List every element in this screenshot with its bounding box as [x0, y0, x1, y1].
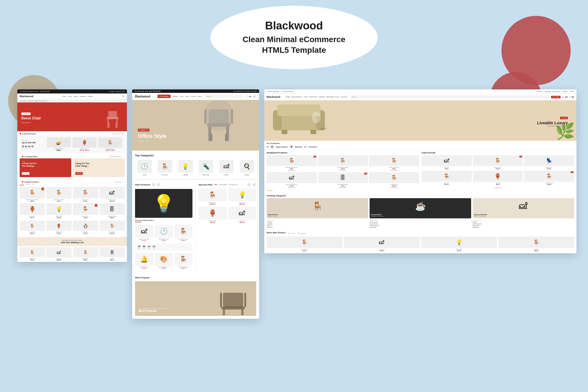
cm-cat-furniture[interactable]: 🪑 Furniture: [156, 160, 174, 176]
lm-banner-title: Decor Chair: [21, 116, 41, 121]
cm-cat-kitchen[interactable]: 🍳 Kitchen: [237, 160, 256, 176]
lm-products-grid: 🪑New Wooden Single Drawer$99.00 🪑 Kids W…: [20, 187, 125, 218]
rm-search[interactable]: Search...: [349, 95, 549, 99]
lm-bottom-2: 🛋 Lounge Set$350.00: [46, 247, 71, 261]
cm-popular-content: Lorem ipsum dolor sit amet, consectetur …: [135, 281, 256, 316]
cm-sale-prod-2: 🕐 Lemina Alarm Clock $299.00: [155, 225, 173, 241]
rm-trend-sub-items: Shop by Piece Seating Lighting Tables Be…: [267, 220, 574, 228]
svg-point-28: [320, 127, 327, 130]
lm-breadcrumb: Top Pages > Furniture Today Sale 40% Off: [17, 100, 127, 102]
cm-popular: Most Popular Lorem ipsum dolor sit amet,…: [132, 273, 259, 319]
lm-prod-3: 🪑 Nathan Chair$99.00: [73, 187, 98, 202]
lm-hot-deals-title: Latest Hot Deals View All Deals >: [17, 131, 127, 136]
rm-latest-6: 🪑Sale Wooden Chair$180.00: [524, 171, 574, 185]
title-blob: Blackwood Clean Minimal eCommerce HTML5 …: [210, 6, 378, 69]
rm-brands-row: 🏷 🔲 Open Stores 🔳 Brand5 🏷 FurnitCo: [267, 146, 574, 148]
svg-rect-5: [115, 123, 117, 128]
lm-prod-2: 🪑 Kids Window Shade$95.00: [46, 187, 71, 202]
rm-brands: Our Top Brands 🏷 🔲 Open Stores 🔳 Brand5 …: [264, 141, 576, 150]
svg-rect-7: [209, 109, 229, 124]
rm-plant-decoration: 🌿: [555, 122, 575, 141]
lm-winter-sale: Winter Sale Up to 40% Off! 35Days 80Hrs …: [22, 140, 45, 148]
lm-more-3: 🪆 Decor Bowl$35.00: [73, 221, 98, 234]
rm-hero-sofa: [270, 100, 328, 141]
cm-hero-chair: [196, 100, 242, 151]
lm-banner-chair-img: [101, 105, 124, 131]
rm-buy-theme-btn[interactable]: BUY THEME: [551, 96, 561, 98]
lm-trend-card-1: SALE A Chair Set ForThe Holidays Buy Now: [20, 158, 71, 177]
cm-hero-title: Office Style: [138, 133, 166, 139]
cm-sale-main-product: 💡: [135, 189, 192, 218]
svg-rect-18: [241, 310, 244, 315]
lm-trending: Trending Offers View All Offers > SALE A…: [17, 153, 127, 178]
rm-never-1: 🪑 Accent Chair$99.00: [267, 237, 342, 252]
cm-navbar: Blackwood All Categories Wooden Chair Ta…: [132, 93, 259, 100]
cm-search[interactable]: Search...: [204, 95, 243, 98]
rm-dots: • • • • •: [422, 186, 574, 189]
rm-hand-5: 🗄-10% Wire Rolled Cabinet $99.00 Select …: [318, 172, 368, 188]
cm-topbar: 5% for all order in this week SHOP NOW F…: [132, 89, 259, 93]
rm-never-2: 🛋 Lounge Set$120.00: [344, 237, 420, 252]
subtitle: Clean Minimal eCommerce HTML5 Template: [243, 34, 345, 55]
rm-never-4: 🪑 Bar Stool$200.00: [498, 237, 574, 252]
right-mockup: ✓ 100% Guarantee ↩ 60 Days Returns Curre…: [264, 89, 576, 253]
compare-icon[interactable]: ⇄: [249, 95, 251, 98]
lm-prod-7: 🪑-20% Accent Chair$89.00: [73, 203, 98, 218]
lm-countdown: 35Days 80Hrs 33Min 25Sec: [22, 145, 45, 149]
lm-banner-subtitle: Discover Now >: [21, 122, 41, 123]
svg-rect-14: [231, 109, 233, 124]
svg-rect-25: [282, 130, 287, 134]
lm-prod-5: 🏺 Decor Vase$45.00: [20, 203, 45, 218]
cm-special-2: 💡 Desk Lamp $200.00: [228, 188, 256, 205]
svg-rect-12: [225, 134, 227, 141]
cm-special-right: Special Offer New FEATURED TOP SELLER ‹ …: [196, 180, 259, 273]
lm-trend-card-2: New Living For TheLittle Things... Buy N…: [73, 158, 125, 177]
svg-rect-0: [108, 111, 117, 117]
lm-bottom-1: 🪑 Dark Chair$99.00: [20, 247, 45, 261]
rm-hand-4: 🛋 Azteca Lounge Chair $150.00 Select Opt…: [267, 172, 317, 188]
svg-rect-26: [310, 130, 316, 134]
lm-bottom-4: 🗄 Cabinet$200.00: [100, 247, 125, 261]
svg-rect-15: [223, 293, 243, 307]
lm-popular-tabs: Featured Best Sell Latest: [20, 184, 125, 185]
rm-latest-2: 🪑New Accent Chair$120.00: [473, 155, 523, 170]
svg-rect-19: [220, 293, 222, 307]
lm-logo: Blackwood: [20, 95, 33, 98]
svg-rect-11: [210, 134, 212, 141]
lm-prod-8: 🗄 Storage Cabinet$180.00: [100, 203, 125, 218]
cm-sale-bottom-row: 🔔 Girl Gifts Mixed 2 $100.00 🎨 Animal Ad…: [135, 253, 192, 271]
cm-sale-left: Sale Products ‹ › 💡 Furniture Missing Ki…: [132, 180, 196, 273]
svg-rect-16: [222, 307, 245, 310]
lm-hot-product-3: 🪑 Teak Side Table... $280.00 - $386.00: [98, 138, 122, 151]
wishlist-icon[interactable]: ♡: [245, 95, 248, 98]
lm-trend-cards: SALE A Chair Set ForThe Holidays Buy Now…: [20, 158, 125, 177]
cm-cat-clocks[interactable]: 🕐 Clocks: [135, 160, 154, 176]
rm-navbar: Blackwood HOME NEW ARRIVALS SHOP PORTFOL…: [264, 94, 576, 100]
cm-hero-subtitle[interactable]: Discover Now >: [138, 140, 166, 142]
rm-latest-3: 💺 Office Chair$150.00: [524, 155, 574, 170]
cart-icon[interactable]: 🛒: [253, 95, 256, 98]
rm-hand-2: 🪑 Hotel Wall Seat Metal $99.00 Select Op…: [318, 155, 368, 171]
lm-bottom-3: 🪑 Metal Chair$89.00: [73, 247, 98, 261]
cm-cat-outdoor[interactable]: 🛋 Outdoor: [217, 160, 236, 176]
lm-navbar: Blackwood Home About Pages Templates Out…: [17, 93, 127, 100]
screenshots-container: contact@company.com | +1234567890 Englis…: [17, 89, 576, 319]
lm-nav-links: Home About Pages Templates Outdoor: [63, 95, 93, 97]
rm-trend-grid: 🪑 Shop by PieceSeating · Lighting ☕ Shop…: [267, 198, 574, 218]
rm-handpicked-grid: 🪑New Wooden Single Drawer $99.00 Select …: [267, 155, 419, 188]
lm-prod-4: 🛋 Carlyle Lounge$150.00: [100, 187, 125, 202]
rm-latest-grid: 🛋 Sofa Set$99.00 🪑New Accent Chair$120.0…: [422, 155, 574, 185]
rm-never-products: 🪑 Accent Chair$99.00 🛋 Lounge Set$120.00…: [267, 237, 574, 252]
cm-special-3: 🏺 Ceramic Vase $150.00: [199, 207, 227, 223]
cm-cat-lighting[interactable]: 💡 Lighting: [176, 160, 195, 176]
rm-hand-1: 🪑New Wooden Single Drawer $99.00 Select …: [267, 155, 317, 171]
lm-more-products: 🪑 Coastal Chair$99.00 🏺 Basket Set$65.00…: [17, 220, 127, 235]
rm-rating: ★★★★☆: [267, 189, 419, 191]
svg-point-27: [312, 112, 321, 123]
cm-popular-title: Most Popular: [135, 276, 256, 279]
rm-never-3: 💡 Floor Lamp$150.00: [421, 237, 497, 252]
cm-cat-walllamp[interactable]: 🔦 Wall Lamp: [196, 160, 215, 176]
cm-cat-btn[interactable]: All Categories: [158, 95, 171, 98]
cm-special-4: 🛋 Sofa Chair $300.00: [228, 207, 256, 223]
svg-rect-13: [204, 109, 207, 124]
